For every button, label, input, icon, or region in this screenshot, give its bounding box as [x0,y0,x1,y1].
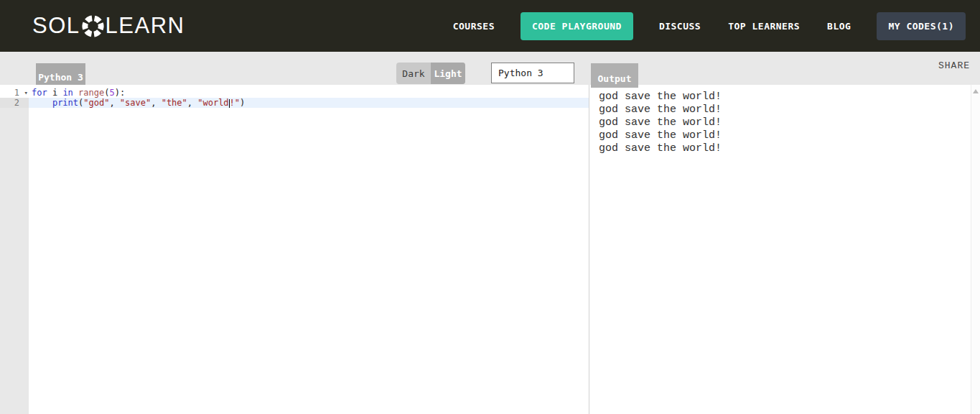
token-plain: , [109,98,119,108]
output-line: god save the world! [599,91,971,104]
token-plain: i [47,88,63,98]
code-editor[interactable]: 1▾for i in range(5):2 print("god", "save… [0,85,589,414]
token-plain: , [151,98,161,108]
token-keyword: for [32,88,47,98]
output-line: god save the world! [599,116,971,129]
header: SOL LEARN COURSES CODE PLAYGROUND DISCUS… [0,0,980,52]
nav-code-playground[interactable]: CODE PLAYGROUND [521,12,633,40]
theme-light-button[interactable]: Light [431,63,465,84]
token-builtin: range [78,88,104,98]
token-plain: , [187,98,197,108]
output-lines: god save the world!god save the world!go… [599,91,971,155]
tab-output[interactable]: Output [591,63,638,88]
code-text[interactable]: print("god", "save", "the", "world!") [29,98,589,108]
token-plain [32,98,52,108]
output-panel: god save the world!god save the world!go… [589,85,971,414]
share-link[interactable]: SHARE [938,60,970,71]
token-string: "god" [83,98,109,108]
logo-text-pre: SOL [32,13,80,39]
token-number: 5 [109,88,114,98]
nav-my-codes[interactable]: MY CODES(1) [877,12,966,40]
token-plain [73,88,78,98]
token-plain: ) [240,98,245,108]
line-number: 1▾ [0,88,29,98]
token-string: !" [230,98,240,108]
token-string: "save" [120,98,151,108]
language-select[interactable]: Python 3 [491,63,574,83]
playground-toolbar: Python 3 Dark Light Python 3 Output SHAR… [0,52,980,85]
tab-python3-file[interactable]: Python 3 [36,63,85,85]
nav-discuss[interactable]: DISCUSS [658,14,702,39]
output-line: god save the world! [599,104,971,116]
playground-content: 1▾for i in range(5):2 print("god", "save… [0,85,980,414]
nav-courses[interactable]: COURSES [452,14,496,39]
output-line: god save the world! [599,129,971,142]
token-plain: ): [115,88,125,98]
theme-dark-button[interactable]: Dark [396,63,431,84]
nav-top-learners[interactable]: TOP LEARNERS [727,14,801,39]
code-line[interactable]: 1▾for i in range(5): [0,88,589,98]
logo-text-post: LEARN [106,13,185,39]
output-scrollbar[interactable] [971,85,980,414]
line-number-gutter [0,85,29,414]
token-keyword: print [52,98,78,108]
theme-toggle: Dark Light [396,63,465,84]
token-string: "world [197,98,228,108]
token-string: "the" [162,98,187,108]
main-nav: COURSES CODE PLAYGROUND DISCUSS TOP LEAR… [452,12,966,40]
nav-blog[interactable]: BLOG [826,14,852,39]
code-text[interactable]: for i in range(5): [29,88,589,98]
fold-arrow-icon[interactable]: ▾ [24,88,28,98]
code-line[interactable]: 2 print("god", "save", "the", "world!") [0,98,589,108]
line-number: 2 [0,98,29,108]
code-lines: 1▾for i in range(5):2 print("god", "save… [0,88,589,108]
sololearn-logo[interactable]: SOL LEARN [32,13,185,39]
aperture-shutter-icon [80,14,106,38]
scroll-up-icon[interactable] [973,89,979,93]
output-line: god save the world! [599,142,971,155]
token-keyword: in [62,88,73,98]
